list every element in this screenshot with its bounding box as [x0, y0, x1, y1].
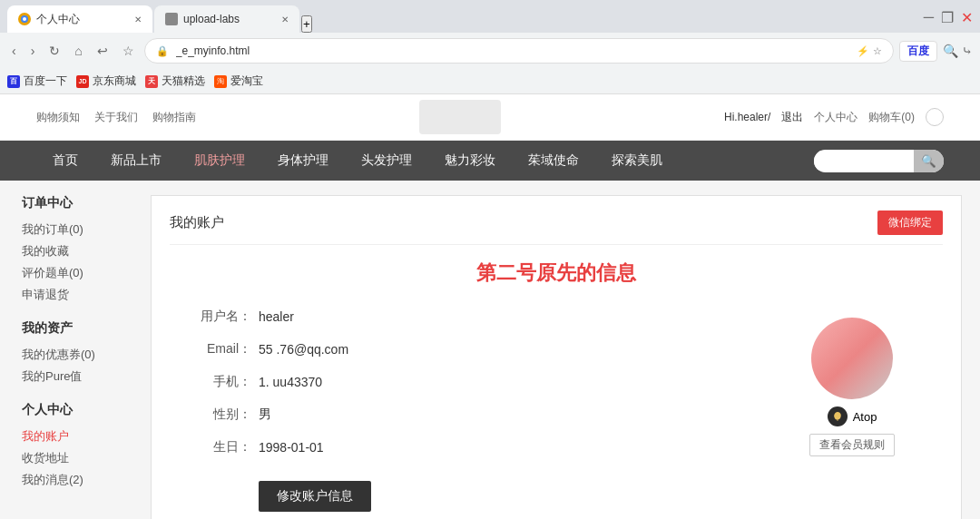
field-username-value: healer — [259, 309, 294, 324]
restore-icon[interactable]: ❐ — [941, 9, 954, 26]
nav-home[interactable]: 首页 — [36, 141, 94, 181]
search-icon[interactable]: 🔍 — [943, 44, 958, 58]
nav-mission[interactable]: 茱域使命 — [512, 141, 595, 181]
field-email-label: Email： — [188, 341, 251, 357]
baidu-search-button[interactable]: 百度 — [899, 41, 937, 62]
nav-skincare[interactable]: 肌肤护理 — [178, 141, 261, 181]
account-fields: 用户名： healer Email： 55 .76@qq.com 手机： 1. … — [170, 308, 743, 512]
site-main: 订单中心 我的订单(0) 我的收藏 评价题单(0) 申请退货 我的资产 我的优惠… — [0, 181, 980, 519]
sidebar: 订单中心 我的订单(0) 我的收藏 评价题单(0) 申请退货 我的资产 我的优惠… — [18, 195, 136, 519]
sidebar-item-favorites[interactable]: 我的收藏 — [18, 240, 136, 262]
nav-haircare[interactable]: 头发护理 — [345, 141, 428, 181]
sidebar-item-address[interactable]: 收货地址 — [18, 447, 136, 469]
sidebar-item-messages[interactable]: 我的消息(2) — [18, 469, 136, 491]
close-icon[interactable]: ✕ — [961, 9, 973, 26]
bookmark-tmall-label: 天猫精选 — [162, 73, 205, 89]
bookmark-jd[interactable]: JD 京东商城 — [76, 73, 136, 89]
bookmark-taobao-label: 爱淘宝 — [230, 73, 263, 89]
sidebar-personal-title: 个人中心 — [18, 402, 136, 418]
search-button[interactable]: 🔍 — [914, 150, 944, 172]
star-icon[interactable]: ☆ — [873, 45, 882, 57]
sidebar-item-my-orders[interactable]: 我的订单(0) — [18, 219, 136, 240]
nav-new[interactable]: 新品上市 — [94, 141, 178, 181]
sidebar-section-personal: 个人中心 我的账户 收货地址 我的消息(2) — [18, 402, 136, 491]
tmall-icon: 天 — [145, 75, 158, 88]
content-header: 我的账户 微信绑定 — [170, 211, 943, 245]
topbar-user: Hi.healer/退出 个人中心 购物车(0) — [724, 108, 944, 126]
badge-text: Atop — [853, 410, 877, 424]
browser-tabs: 个人中心 ✕ upload-labs ✕ + — [7, 5, 924, 33]
translate2-icon[interactable]: ⤷ — [962, 44, 973, 58]
sidebar-orders-title: 订单中心 — [18, 195, 136, 211]
translate-icon[interactable]: ⚡ — [857, 45, 869, 57]
nav-explore[interactable]: 探索美肌 — [595, 141, 679, 181]
field-email-value: 55 .76@qq.com — [259, 342, 348, 357]
sidebar-item-coupons[interactable]: 我的优惠券(0) — [18, 344, 136, 366]
avatar-badge: Atop — [828, 406, 877, 426]
page-title: 我的账户 — [170, 214, 224, 231]
window-controls: ─ ❐ ✕ — [924, 9, 973, 30]
back-button[interactable]: ‹ — [7, 40, 21, 62]
field-phone-value: 1. uu43370 — [259, 375, 322, 389]
lock-icon: 🔒 — [156, 45, 169, 57]
site-topbar: 购物须知 关于我们 购物指南 Hi.healer/退出 个人中心 购物车(0) — [0, 94, 980, 141]
cart-link[interactable]: 购物车(0) — [868, 110, 915, 125]
bookmark-taobao[interactable]: 淘 爱淘宝 — [214, 73, 263, 89]
member-rules-button[interactable]: 查看会员规则 — [809, 434, 895, 456]
personal-center-link[interactable]: 个人中心 — [814, 110, 858, 125]
search-input[interactable] — [814, 151, 914, 171]
taobao-icon: 淘 — [214, 75, 227, 88]
sidebar-item-pure[interactable]: 我的Pure值 — [18, 366, 136, 387]
tab1-close[interactable]: ✕ — [134, 15, 142, 24]
browser-chrome: 个人中心 ✕ upload-labs ✕ + ─ ❐ ✕ ‹ › ↻ ⌂ ↩ ☆… — [0, 0, 980, 94]
sidebar-item-return[interactable]: 申请退货 — [18, 284, 136, 306]
address-bar[interactable]: 🔒 ⚡ ☆ — [144, 38, 894, 64]
address-input[interactable] — [176, 44, 849, 57]
nav-bodycare[interactable]: 身体护理 — [261, 141, 345, 181]
field-birthday-label: 生日： — [188, 439, 251, 455]
site-nav: 首页 新品上市 肌肤护理 身体护理 头发护理 魅力彩妆 茱域使命 探索美肌 🔍 — [0, 141, 980, 181]
wechat-bind-button[interactable]: 微信绑定 — [877, 211, 943, 235]
tab1-label: 个人中心 — [36, 12, 80, 27]
baidu-icon: 百 — [7, 75, 20, 88]
topnav-shopping-tips[interactable]: 购物须知 — [36, 110, 80, 125]
avatar — [811, 318, 893, 399]
browser-tab-2[interactable]: upload-labs ✕ — [154, 5, 299, 33]
nav-search[interactable]: 🔍 — [814, 150, 944, 172]
bookmark-baidu-label: 百度一下 — [24, 73, 67, 89]
topnav-about[interactable]: 关于我们 — [94, 110, 138, 125]
minimize-icon[interactable]: ─ — [924, 9, 934, 25]
reload-button[interactable]: ↻ — [44, 40, 64, 62]
topnav-guide[interactable]: 购物指南 — [152, 110, 196, 125]
nav-makeup[interactable]: 魅力彩妆 — [428, 141, 512, 181]
tab2-close[interactable]: ✕ — [281, 15, 289, 24]
forward-button[interactable]: › — [26, 40, 40, 62]
home-button[interactable]: ⌂ — [70, 40, 86, 62]
logout-link[interactable]: 退出 — [781, 110, 803, 125]
field-username-label: 用户名： — [188, 308, 251, 325]
field-phone-label: 手机： — [188, 374, 251, 390]
topbar-nav: 购物须知 关于我们 购物指南 — [36, 110, 196, 125]
modify-account-button[interactable]: 修改账户信息 — [259, 481, 371, 512]
field-gender: 性别： 男 — [188, 406, 743, 423]
browser-extra-icons: 🔍 ⤷ — [943, 44, 973, 58]
account-info: 用户名： healer Email： 55 .76@qq.com 手机： 1. … — [170, 308, 943, 512]
new-tab-button[interactable]: + — [301, 15, 312, 33]
field-birthday-value: 1998-01-01 — [259, 440, 324, 455]
sidebar-item-account[interactable]: 我的账户 — [18, 426, 136, 447]
browser-tab-1[interactable]: 个人中心 ✕ — [7, 5, 152, 33]
bookmark-jd-label: 京东商城 — [93, 73, 136, 89]
upload-favicon — [165, 13, 178, 25]
site-logo — [419, 100, 501, 134]
back-page-button[interactable]: ↩ — [93, 40, 113, 62]
bookmark-baidu[interactable]: 百 百度一下 — [7, 73, 67, 89]
content-area: 我的账户 微信绑定 第二号原先的信息 用户名： healer Email： 55… — [151, 195, 962, 519]
field-birthday: 生日： 1998-01-01 — [188, 439, 743, 455]
account-heading: 第二号原先的信息 — [170, 260, 943, 287]
field-gender-label: 性别： — [188, 406, 251, 423]
bookmark-tmall[interactable]: 天 天猫精选 — [145, 73, 205, 89]
sidebar-item-review[interactable]: 评价题单(0) — [18, 262, 136, 284]
bookmark-star-button[interactable]: ☆ — [118, 40, 139, 62]
sidebar-section-orders: 订单中心 我的订单(0) 我的收藏 评价题单(0) 申请退货 — [18, 195, 136, 306]
site-logo-area — [419, 100, 501, 134]
